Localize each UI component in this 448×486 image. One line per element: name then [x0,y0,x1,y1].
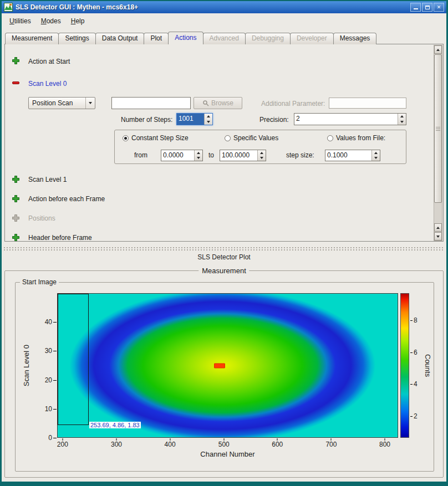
tab-developer: Developer [290,33,334,44]
x-tick-label: 400 [165,441,176,448]
step-mode-groupbox: Constant Step Size Specific Values Value… [114,130,406,164]
menu-modes[interactable]: Modes [36,15,66,27]
spin-buttons[interactable] [194,150,202,161]
spin-down-button[interactable] [195,156,202,161]
combo-dropdown-button[interactable] [85,98,95,109]
titlebar: SLS Detector GUI : Mythen - mcs6x18+ ✕ [2,1,446,13]
spin-buttons[interactable] [204,114,212,125]
y-tick-label: 30 [45,347,52,355]
radio-values-from-file[interactable]: Values from File: [327,134,385,142]
additional-parameter-label: Additional Parameter: [261,100,325,108]
spin-up-button[interactable] [195,150,202,156]
colorbar-tick-label: 4 [414,380,418,388]
radio-icon [327,135,333,141]
window-title: SLS Detector GUI : Mythen - mcs6x18+ [16,3,409,11]
spin-buttons[interactable] [257,150,266,161]
close-button[interactable]: ✕ [434,3,444,12]
number-of-steps-value: 1001 [177,114,204,125]
heatmap-plot-canvas[interactable]: 253.69, 4.86, 1.83 [57,293,398,438]
from-value: 0.0000 [161,150,194,161]
radio-specific-values[interactable]: Specific Values [225,134,278,142]
y-tick-mark [53,351,57,351]
radio-selected-icon [123,135,129,141]
scrollbar-thumb[interactable] [434,54,442,203]
start-image-title: Start Image [20,278,59,286]
spin-up-button[interactable] [398,114,406,119]
menu-utilities[interactable]: Utilities [4,15,36,27]
spin-buttons[interactable] [398,114,406,125]
start-image-groupbox: Start Image Scan Level 0 0 10 20 30 40 2… [15,282,434,472]
to-spinbox[interactable]: 100.0000 [220,150,266,161]
radio-constant-step[interactable]: Constant Step Size [123,134,189,142]
measurement-groupbox: Measurement Start Image Scan Level 0 0 1… [4,270,444,478]
expand-plus-icon[interactable] [12,175,20,183]
spin-up-button[interactable] [205,114,212,119]
y-tick-label: 20 [45,376,52,384]
spin-up-icon [260,152,263,154]
spin-down-button[interactable] [398,119,406,125]
chevron-down-icon [89,102,92,104]
spin-down-button[interactable] [258,156,266,161]
spin-down-button[interactable] [205,119,212,125]
maximize-icon [425,6,430,9]
measurement-title: Measurement [198,267,249,275]
radio-icon [225,135,231,141]
spin-up-button[interactable] [258,150,266,156]
tab-plot[interactable]: Plot [144,33,169,44]
y-tick-mark [53,322,57,323]
from-spinbox[interactable]: 0.0000 [161,150,203,161]
tab-data-output[interactable]: Data Output [95,33,145,44]
spin-down-icon [260,157,263,159]
maximize-button[interactable] [422,3,432,12]
expand-plus-icon[interactable] [12,195,20,203]
scroll-up-button[interactable] [434,45,442,54]
expand-plus-icon[interactable] [12,233,20,242]
vertical-scrollbar[interactable] [434,45,442,241]
splitter-handle[interactable] [3,247,445,252]
x-tick-label: 300 [111,441,122,448]
y-tick-label: 0 [48,434,52,442]
heatmap-peak-marker [214,364,225,369]
number-of-steps-label: Number of Steps: [121,116,172,124]
spin-down-button[interactable] [372,156,380,161]
tab-messages[interactable]: Messages [333,33,377,44]
spin-up-icon [400,115,404,117]
precision-spinbox[interactable]: 2 [294,113,406,125]
scroll-down-button[interactable] [434,232,442,241]
scroll-down-icon [436,236,440,238]
y-tick-mark [53,409,57,410]
menu-help[interactable]: Help [66,15,90,27]
number-of-steps-spinbox[interactable]: 1001 [176,113,213,125]
spin-up-button[interactable] [372,150,380,156]
spin-down-icon [207,121,210,123]
tab-measurement[interactable]: Measurement [5,33,59,44]
spin-buttons[interactable] [371,150,380,161]
collapse-minus-icon[interactable] [12,79,20,87]
tab-settings[interactable]: Settings [58,33,95,44]
minimize-icon [414,6,418,9]
scroll-up-icon [436,49,440,51]
scan-script-input[interactable] [111,97,191,109]
x-tick-label: 800 [379,441,390,448]
colorbar-ticks: 2 4 6 8 [410,293,425,438]
scroll-up-button-2[interactable] [434,223,442,232]
colorbar-tick-label: 6 [414,349,418,356]
precision-label: Precision: [259,116,289,124]
colorbar-tick-label: 8 [414,316,418,324]
step-size-value: 0.1000 [325,150,371,161]
scan-mode-combobox[interactable]: Position Scan [28,97,95,109]
y-tick-mark [53,380,57,381]
expand-plus-icon[interactable] [12,57,20,65]
tab-actions[interactable]: Actions [168,32,203,44]
action-before-each-frame-label: Action before each Frame [28,195,105,203]
zoom-selection-rect [58,294,89,425]
y-tick-mark [53,438,57,438]
x-axis-ticks: 200 300 400 500 600 700 800 [57,438,398,448]
positions-label: Positions [28,214,55,222]
browse-button: Browse [194,97,242,109]
colorbar-title: Counts [424,293,432,438]
minimize-button[interactable] [410,3,421,12]
plot-dock-title: SLS Detector Plot [2,253,446,261]
step-size-spinbox[interactable]: 0.1000 [325,150,380,161]
spin-up-icon [207,115,210,117]
